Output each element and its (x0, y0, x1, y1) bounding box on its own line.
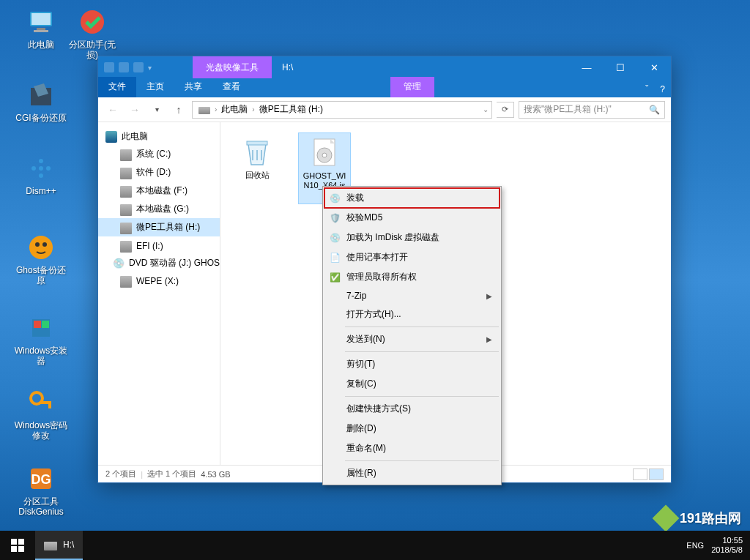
tab-view[interactable]: 查看 (212, 77, 250, 97)
forward-button[interactable]: → (126, 101, 144, 119)
tree-item[interactable]: 本地磁盘 (G:) (98, 200, 220, 218)
pc-icon (26, 7, 56, 37)
maximize-button[interactable]: ☐ (604, 56, 637, 78)
svg-rect-22 (247, 141, 267, 145)
tree-item[interactable]: 微PE工具箱 (H:) (98, 218, 220, 236)
menu-item[interactable]: 删除(D) (324, 419, 500, 438)
svg-rect-2 (37, 28, 45, 30)
menu-item[interactable]: 重命名(M) (324, 438, 500, 458)
qat-icon[interactable] (133, 62, 144, 72)
tab-file[interactable]: 文件 (98, 77, 136, 97)
desktop-icon-ghost[interactable]: Ghost备份还原 (13, 233, 69, 286)
start-button[interactable] (0, 531, 35, 560)
tree-item[interactable]: 软件 (D:) (98, 163, 220, 182)
tab-share[interactable]: 共享 (174, 77, 212, 97)
watermark-logo-icon (653, 505, 680, 532)
desktop-icon-pc[interactable]: 此电脑 (13, 7, 69, 50)
menu-item[interactable]: 打开方式(H)... (324, 305, 500, 324)
tab-manage[interactable]: 管理 (390, 77, 434, 97)
tray-lang[interactable]: ENG (686, 541, 704, 550)
window-title: H:\ (272, 62, 570, 72)
desktop-icon-cgi[interactable]: CGI备份还原 (13, 81, 69, 123)
svg-point-9 (39, 159, 43, 163)
ribbon-collapse-icon[interactable]: ˇ (639, 81, 654, 97)
minimize-button[interactable]: — (570, 56, 604, 78)
qat-icon[interactable] (104, 62, 114, 72)
recent-locations-button[interactable]: ▾ (148, 101, 166, 119)
view-icons-button[interactable] (649, 468, 664, 480)
taskbar-item-explorer[interactable]: H:\ (35, 531, 83, 560)
menu-item[interactable]: ✅管理员取得所有权 (324, 267, 500, 287)
titlebar[interactable]: ▾ 光盘映像工具 H:\ — ☐ ✕ (98, 56, 671, 78)
breadcrumb-segment[interactable]: 微PE工具箱 (H:) (256, 103, 326, 116)
menu-item[interactable]: 剪切(T) (324, 354, 500, 374)
key-icon (26, 388, 56, 417)
svg-rect-3 (34, 30, 48, 32)
svg-rect-18 (40, 401, 51, 404)
menu-item-label: 校验MD5 (346, 212, 382, 224)
breadcrumb-segment[interactable]: 此电脑 (218, 103, 250, 116)
drive-icon (44, 542, 57, 550)
desktop-icon-partassist[interactable]: 分区助手(无损) (64, 7, 120, 61)
system-tray[interactable]: ENG 10:55 2018/5/8 (679, 536, 750, 555)
drive-icon (120, 149, 132, 161)
menu-item[interactable]: 复制(C) (324, 374, 500, 394)
submenu-arrow-icon: ▶ (486, 335, 492, 343)
search-input[interactable]: 搜索"微PE工具箱 (H:)" 🔍 (519, 101, 665, 119)
help-icon[interactable]: ? (654, 81, 671, 97)
tree-item[interactable]: 本地磁盘 (F:) (98, 182, 220, 200)
cgi-icon (26, 81, 56, 110)
up-button[interactable]: ↑ (170, 101, 188, 119)
tree-item[interactable]: 系统 (C:) (98, 145, 220, 163)
menu-item[interactable]: 属性(R) (324, 463, 500, 483)
breadcrumb[interactable]: › 此电脑 › 微PE工具箱 (H:) ⌄ (192, 101, 492, 119)
close-button[interactable]: ✕ (637, 56, 671, 78)
desktop-icon-label: 分区工具DiskGenius (13, 496, 69, 518)
menu-item[interactable]: 💿装载 (324, 188, 500, 208)
desktop-icon-dism[interactable]: Dism++ (13, 154, 69, 196)
menu-item[interactable]: 💿加载为 ImDisk 虚拟磁盘 (324, 228, 500, 247)
refresh-button[interactable]: ⟳ (497, 102, 514, 118)
ribbon-tabs: 文件 主页 共享 查看 管理 ˇ ? (98, 78, 671, 97)
svg-rect-16 (42, 321, 49, 328)
menu-item[interactable]: 创建快捷方式(S) (324, 399, 500, 419)
back-button[interactable]: ← (104, 101, 122, 119)
tree-item[interactable]: EFI (I:) (98, 236, 220, 255)
menu-item[interactable]: 发送到(N)▶ (324, 329, 500, 349)
desktop-icon-label: Windows密码修改 (13, 420, 69, 441)
desktop-icon-diskgenius[interactable]: DG分区工具DiskGenius (13, 464, 69, 518)
submenu-arrow-icon: ▶ (486, 292, 492, 300)
desktop-icon-wininst[interactable]: Windows安装器 (13, 313, 69, 367)
file-item[interactable]: 回收站 (231, 132, 283, 183)
tree-item-label: 微PE工具箱 (H:) (136, 221, 200, 234)
menu-item-label: 删除(D) (346, 422, 376, 435)
tree-item[interactable]: 💿DVD 驱动器 (J:) GHOST (98, 255, 220, 272)
drive-icon (120, 204, 132, 216)
tree-item-label: EFI (I:) (136, 241, 163, 251)
qat-icon[interactable] (119, 62, 129, 72)
svg-text:DG: DG (31, 472, 51, 487)
taskbar[interactable]: H:\ ENG 10:55 2018/5/8 (0, 531, 750, 560)
tree-item[interactable]: 此电脑 (98, 128, 220, 145)
menu-item-label: 剪切(T) (346, 358, 375, 370)
svg-point-12 (35, 242, 40, 247)
view-details-button[interactable] (633, 468, 647, 480)
menu-item-label: 7-Zip (346, 291, 366, 301)
context-menu: 💿装载🛡️校验MD5💿加载为 ImDisk 虚拟磁盘📄使用记事本打开✅管理员取得… (322, 186, 502, 485)
drive-icon (120, 276, 132, 288)
tree-item[interactable]: WEPE (X:) (98, 272, 220, 290)
desktop-icon-key[interactable]: Windows密码修改 (13, 388, 69, 441)
desktop[interactable]: 此电脑分区助手(无损)CGI备份还原Dism++Ghost备份还原Windows… (0, 0, 750, 560)
menu-item[interactable]: 7-Zip▶ (324, 287, 500, 305)
menu-item[interactable]: 📄使用记事本打开 (324, 247, 500, 267)
tab-home[interactable]: 主页 (136, 77, 174, 97)
tree-item-label: 软件 (D:) (136, 166, 171, 179)
tree-item-label: WEPE (X:) (136, 276, 179, 286)
nav-tree[interactable]: 此电脑系统 (C:)软件 (D:)本地磁盘 (F:)本地磁盘 (G:)微PE工具… (98, 122, 220, 465)
menu-item[interactable]: 🛡️校验MD5 (324, 208, 500, 228)
menu-item-label: 打开方式(H)... (346, 308, 401, 321)
svg-point-13 (42, 242, 47, 247)
tray-clock[interactable]: 10:55 2018/5/8 (711, 536, 743, 555)
file-name: 回收站 (234, 171, 281, 180)
svg-point-6 (39, 166, 43, 171)
